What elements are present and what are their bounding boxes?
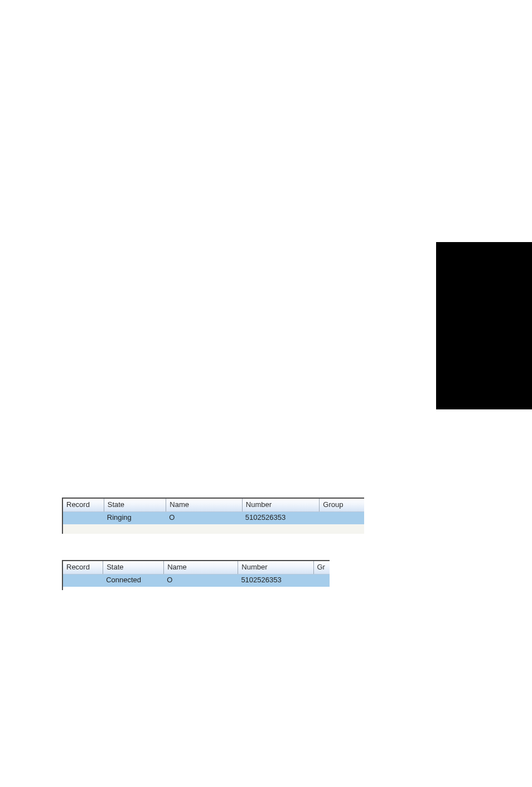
table-header-row: Record State Name Number Group (63, 499, 364, 512)
cell-name: O (166, 512, 241, 524)
calls-table-connected: Record State Name Number Gr Connected O … (62, 560, 330, 590)
column-header-name[interactable]: Name (166, 499, 241, 511)
cell-state: Connected (103, 574, 163, 587)
table-row[interactable]: Connected O 5102526353 (63, 574, 330, 587)
cell-name: O (163, 574, 238, 587)
column-header-group[interactable]: Group (319, 499, 364, 511)
column-header-state[interactable]: State (104, 499, 166, 511)
table-header-row: Record State Name Number Gr (63, 561, 330, 574)
column-header-record[interactable]: Record (63, 499, 104, 511)
table-row[interactable]: Ringing O 5102526353 (63, 512, 364, 524)
cell-record (63, 512, 104, 524)
column-header-name[interactable]: Name (163, 561, 238, 574)
cell-group (319, 512, 364, 524)
column-header-record[interactable]: Record (63, 561, 103, 574)
cell-state: Ringing (104, 512, 166, 524)
table-empty-area (63, 587, 330, 590)
column-header-number[interactable]: Number (238, 561, 313, 574)
column-header-group[interactable]: Gr (313, 561, 330, 574)
cell-number: 5102526353 (242, 512, 319, 524)
column-header-number[interactable]: Number (242, 499, 319, 511)
cell-record (63, 574, 103, 587)
redacted-region (436, 242, 532, 409)
column-header-state[interactable]: State (103, 561, 163, 574)
cell-number: 5102526353 (238, 574, 313, 587)
calls-table-ringing: Record State Name Number Group Ringing O… (62, 498, 364, 534)
table-empty-area (63, 524, 364, 534)
cell-group (313, 574, 330, 587)
